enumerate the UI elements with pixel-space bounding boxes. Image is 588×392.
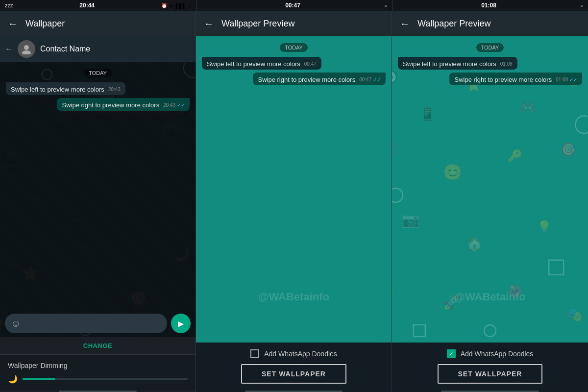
status-notifications: zzz <box>5 2 13 8</box>
ticks-2: ✓✓ <box>373 77 381 82</box>
status-circle-3: ○ <box>580 3 583 8</box>
back-arrow-icon-2[interactable]: ← <box>204 18 214 29</box>
dimming-label: Wallpaper Dimming <box>8 362 188 369</box>
status-time-3: 01:08 <box>481 2 496 9</box>
doodles-checkbox-3[interactable]: ✓ <box>447 349 456 358</box>
date-badge-2: TODAY <box>280 43 308 52</box>
signal-icon: ▌▌▌ <box>176 3 186 8</box>
wifi-icon: ▲ <box>169 3 174 8</box>
back-arrow-icon-3[interactable]: ← <box>400 18 410 29</box>
msg-time-p3-1: 01:08 <box>500 61 513 67</box>
change-button[interactable]: CHANGE <box>0 337 196 354</box>
panel1-title: Wallpaper <box>25 19 65 29</box>
message-received-2: Swipe left to preview more colors 00:47 <box>202 57 321 70</box>
msg-time-p3-2: 01:08 ✓✓ <box>556 77 577 82</box>
moon-icon: 🌙 <box>8 374 18 384</box>
msg-time-p2-2: 00:47 ✓✓ <box>359 77 381 82</box>
status-time-1: 20:44 <box>79 2 95 9</box>
message-time-2: 20:43 ✓✓ <box>163 102 185 108</box>
message-received-1: Swipe left to preview more colors 20:43 <box>6 82 125 95</box>
message-time-1: 20:43 <box>108 87 121 92</box>
emoji-icon[interactable]: ☺ <box>11 318 21 329</box>
ticks-3: ✓✓ <box>569 77 577 82</box>
contact-avatar <box>18 40 35 58</box>
back-arrow-icon[interactable]: ← <box>8 18 18 29</box>
alarm-icon: ⏰ <box>161 3 167 8</box>
set-wallpaper-btn-2[interactable]: SET WALLPAPER <box>241 364 346 384</box>
ticks-1: ✓✓ <box>177 102 185 108</box>
checkmark-icon: ✓ <box>449 350 454 357</box>
message-input-box[interactable]: ☺ <box>5 314 167 333</box>
chat-back-icon[interactable]: ← <box>5 45 13 53</box>
doodles-label-2: Add WhatsApp Doodles <box>264 350 337 358</box>
status-time-2: 00:47 <box>285 2 300 9</box>
battery-icon: ○ <box>188 3 191 8</box>
set-wallpaper-btn-3[interactable]: SET WALLPAPER <box>438 364 543 384</box>
date-badge-3: TODAY <box>476 43 504 52</box>
date-badge-1: TODAY <box>84 69 112 77</box>
send-button[interactable]: ▶ <box>171 314 191 333</box>
doodles-checkbox-2[interactable] <box>250 349 259 358</box>
message-received-3: Swipe left to preview more colors 01:08 <box>398 57 517 70</box>
contact-name: Contact Name <box>40 45 90 53</box>
panel3-title: Wallpaper Preview <box>417 19 490 29</box>
status-circle-2: ○ <box>384 3 387 8</box>
dimming-slider[interactable] <box>23 378 188 380</box>
message-sent-1: Swipe right to preview more colors 20:43… <box>57 98 190 111</box>
message-sent-3: Swipe right to preview more colors 01:08… <box>449 73 582 85</box>
panel2-title: Wallpaper Preview <box>221 19 294 29</box>
svg-point-14 <box>22 50 31 54</box>
message-sent-2: Swipe right to preview more colors 00:47… <box>253 73 386 85</box>
doodles-label-3: Add WhatsApp Doodles <box>461 350 534 358</box>
msg-time-p2-1: 00:47 <box>304 61 317 67</box>
svg-point-13 <box>24 45 29 50</box>
